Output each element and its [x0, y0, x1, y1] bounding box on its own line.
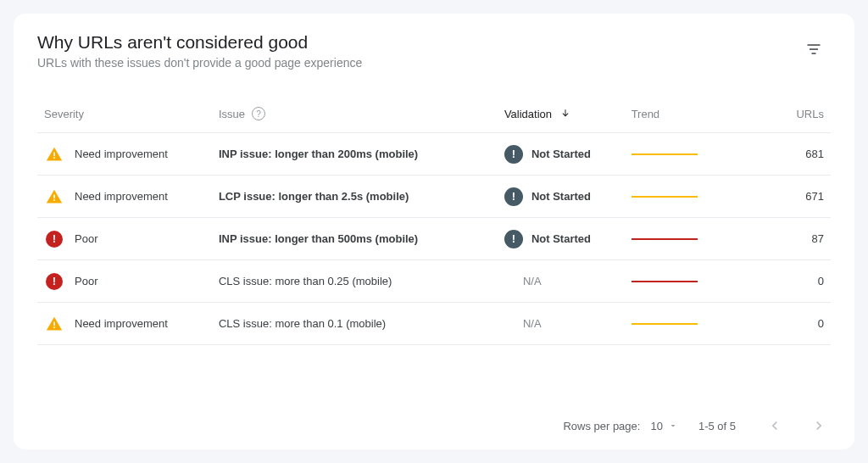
table-wrap: Severity Issue ? Validation Trend URLs — [14, 97, 854, 402]
urls-count: 0 — [736, 303, 831, 345]
urls-count: 681 — [736, 133, 831, 176]
table-row[interactable]: Need improvement CLS issue: more than 0.… — [37, 303, 831, 345]
severity-label: Need improvement — [75, 317, 168, 330]
urls-count: 0 — [736, 260, 831, 303]
svg-rect-3 — [53, 152, 55, 156]
col-header-issue[interactable]: Issue ? — [212, 97, 498, 133]
error-icon: ! — [46, 273, 63, 290]
severity-label: Need improvement — [75, 190, 168, 203]
col-header-validation[interactable]: Validation — [498, 97, 625, 133]
warning-icon — [44, 188, 64, 205]
severity-label: Need improvement — [75, 148, 168, 160]
card-title: Why URLs aren't considered good — [37, 32, 797, 53]
svg-rect-8 — [53, 326, 55, 328]
col-header-severity[interactable]: Severity — [37, 97, 212, 133]
rows-per-page-value: 10 — [650, 420, 662, 432]
rows-per-page-label: Rows per page: — [563, 420, 640, 432]
issue-label: INP issue: longer than 500ms (mobile) — [219, 232, 418, 245]
validation-na: N/A — [504, 275, 542, 287]
svg-rect-7 — [53, 321, 55, 326]
trend-sparkline — [632, 237, 698, 241]
card-header: Why URLs aren't considered good URLs wit… — [14, 14, 854, 76]
trend-sparkline — [632, 195, 698, 198]
error-icon: ! — [46, 231, 63, 248]
table-row[interactable]: Need improvement INP issue: longer than … — [37, 133, 831, 176]
svg-rect-0 — [808, 44, 821, 46]
help-icon[interactable]: ? — [252, 107, 265, 120]
col-header-validation-label: Validation — [504, 108, 552, 120]
trend-sparkline — [632, 322, 698, 326]
page-range: 1-5 of 5 — [698, 420, 736, 432]
issues-card: Why URLs aren't considered good URLs wit… — [14, 14, 854, 449]
col-header-issue-label: Issue — [219, 108, 245, 120]
table-row[interactable]: !Poor INP issue: longer than 500ms (mobi… — [37, 218, 831, 260]
prev-page-button[interactable] — [763, 414, 787, 438]
sort-arrow-down-icon — [560, 108, 570, 118]
title-block: Why URLs aren't considered good URLs wit… — [37, 32, 797, 70]
validation-na: N/A — [504, 317, 542, 330]
filter-icon — [805, 41, 822, 58]
col-header-urls[interactable]: URLs — [736, 97, 831, 133]
info-icon: ! — [504, 230, 523, 248]
svg-rect-2 — [812, 53, 816, 54]
svg-rect-1 — [810, 48, 818, 50]
urls-count: 87 — [736, 218, 831, 260]
validation-label: Not Started — [531, 148, 591, 160]
svg-rect-4 — [53, 157, 55, 159]
issue-label: LCP issue: longer than 2.5s (mobile) — [219, 190, 409, 203]
validation-label: Not Started — [531, 190, 591, 203]
severity-label: Poor — [75, 232, 97, 245]
next-page-button[interactable] — [807, 414, 831, 438]
filter-button[interactable] — [797, 32, 831, 66]
col-header-trend[interactable]: Trend — [625, 97, 736, 133]
rows-per-page-select[interactable]: 10 — [650, 420, 677, 432]
issue-label: CLS issue: more than 0.25 (mobile) — [219, 275, 392, 287]
issue-label: INP issue: longer than 200ms (mobile) — [219, 148, 418, 160]
info-icon: ! — [504, 187, 523, 206]
trend-sparkline — [632, 153, 698, 156]
severity-label: Poor — [75, 275, 97, 287]
warning-icon — [44, 315, 64, 332]
card-subtitle: URLs with these issues don't provide a g… — [37, 56, 797, 70]
issue-label: CLS issue: more than 0.1 (mobile) — [219, 317, 386, 330]
issues-table: Severity Issue ? Validation Trend URLs — [37, 97, 831, 345]
table-row[interactable]: Need improvement LCP issue: longer than … — [37, 176, 831, 218]
svg-rect-5 — [53, 194, 55, 198]
trend-sparkline — [632, 280, 698, 283]
validation-label: Not Started — [531, 232, 591, 245]
rows-per-page: Rows per page: 10 — [563, 420, 678, 432]
chevron-left-icon — [766, 417, 783, 434]
table-row[interactable]: !Poor CLS issue: more than 0.25 (mobile)… — [37, 260, 831, 303]
pagination: Rows per page: 10 1-5 of 5 — [14, 402, 854, 449]
chevron-right-icon — [810, 417, 827, 434]
warning-icon — [44, 146, 64, 163]
svg-rect-6 — [53, 199, 55, 201]
info-icon: ! — [504, 145, 523, 164]
urls-count: 671 — [736, 176, 831, 218]
caret-down-icon — [668, 421, 678, 431]
